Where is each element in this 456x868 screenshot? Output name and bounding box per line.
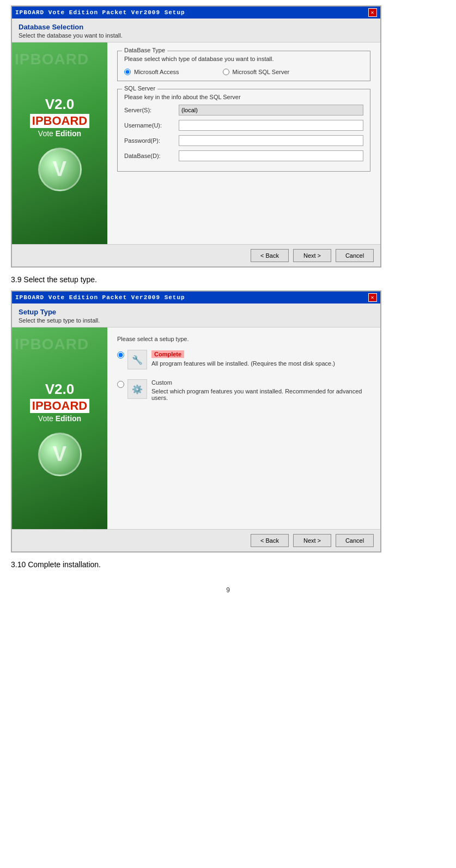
edition-label-1: Edition (56, 129, 81, 138)
password-input[interactable] (179, 135, 363, 146)
logo-text-1: V2.0 IPBOARD Vote Edition (30, 96, 89, 138)
v-circle-large-1: V (38, 148, 82, 191)
custom-text-block: Custom Select which program features you… (151, 379, 370, 401)
v-icon-2: V (53, 442, 66, 466)
complete-radio[interactable] (117, 351, 124, 359)
database-type-options: Microsoft Access Microsoft SQL Server (124, 66, 363, 75)
password-row: Password(P): (124, 135, 363, 146)
database-label: DataBase(D): (124, 153, 179, 159)
vote-edition-1: Vote Edition (30, 129, 89, 138)
window1-header-title: Database Selection (19, 23, 374, 31)
custom-name: Custom (151, 379, 370, 386)
window1-body: Database Selection Select the database y… (12, 19, 380, 266)
version-1: V2.0 (30, 96, 89, 113)
custom-radio[interactable] (117, 381, 124, 388)
sql-server-group: SQL Server Please key in the info about … (117, 89, 370, 172)
complete-desc: All program features will be installed. … (151, 360, 335, 367)
title-bar-2: IPBOARD Vote Edition Packet Ver2009 Setu… (12, 292, 380, 304)
version-2: V2.0 (30, 381, 89, 398)
cancel-button-1[interactable]: Cancel (336, 249, 374, 262)
window2-title: IPBOARD Vote Edition Packet Ver2009 Setu… (15, 294, 185, 301)
installer-window-1: IPBOARD Vote Edition Packet Ver2009 Setu… (11, 5, 381, 268)
complete-option: 🔧 Complete All program features will be … (117, 350, 370, 369)
v-icon-1: V (53, 157, 66, 181)
access-label: Microsoft Access (134, 69, 179, 75)
complete-details: 🔧 Complete All program features will be … (127, 350, 370, 369)
window2-header-title: Setup Type (19, 308, 374, 316)
close-button-2[interactable]: ✕ (368, 293, 377, 302)
brand-2: IPBOARD (30, 399, 89, 413)
sql-server-desc: Please key in the info about the SQL Ser… (124, 94, 363, 100)
next-button-1[interactable]: Next > (293, 249, 331, 262)
sql-radio[interactable] (223, 69, 229, 75)
window1-header-subtitle: Select the database you want to install. (19, 32, 374, 39)
database-type-title: DataBase Type (122, 47, 167, 53)
username-row: Username(U): (124, 120, 363, 131)
window2-footer: < Back Next > Cancel (12, 529, 380, 551)
username-label: Username(U): (124, 122, 179, 129)
custom-details: ⚙️ Custom Select which program features … (127, 379, 370, 401)
vote-edition-2: Vote Edition (30, 414, 89, 423)
window1-content: IPBOARD V2.0 IPBOARD Vote Edition V (12, 43, 380, 244)
sql-server-title: SQL Server (122, 85, 157, 92)
next-button-2[interactable]: Next > (293, 534, 331, 547)
window2-header: Setup Type Select the setup type to inst… (12, 304, 380, 327)
window1-header: Database Selection Select the database y… (12, 19, 380, 43)
window2-left-panel: IPBOARD V2.0 IPBOARD Vote Edition V (12, 327, 107, 529)
complete-icon: 🔧 (127, 350, 147, 369)
brand-1: IPBOARD (30, 114, 89, 128)
custom-icon: ⚙️ (127, 379, 147, 399)
window1-footer: < Back Next > Cancel (12, 244, 380, 266)
username-input[interactable] (179, 120, 363, 131)
vote-label-1: Vote (38, 129, 53, 138)
logo-text-2: V2.0 IPBOARD Vote Edition (30, 381, 89, 423)
window2-header-subtitle: Select the setup type to install. (19, 317, 374, 324)
database-input[interactable] (179, 150, 363, 161)
window2-right-panel: Please select a setup type. 🔧 Complete A… (107, 327, 380, 529)
back-button-1[interactable]: < Back (251, 249, 289, 262)
window1-left-panel: IPBOARD V2.0 IPBOARD Vote Edition V (12, 43, 107, 244)
sql-label: Microsoft SQL Server (233, 69, 290, 75)
server-row: Server(S): (124, 105, 363, 116)
section1-label: 3.9 Select the setup type. (11, 275, 97, 284)
window1-right-panel: DataBase Type Please select which type o… (107, 43, 380, 244)
access-radio[interactable] (124, 69, 131, 75)
window2-content: IPBOARD V2.0 IPBOARD Vote Edition V (12, 327, 380, 529)
close-button-1[interactable]: ✕ (368, 8, 377, 17)
database-type-desc: Please select which type of database you… (124, 56, 363, 62)
database-row: DataBase(D): (124, 150, 363, 161)
page-number: 9 (11, 586, 445, 594)
watermark-1: IPBOARD (15, 51, 89, 68)
cancel-button-2[interactable]: Cancel (336, 534, 374, 547)
v-circle-large-2: V (38, 433, 82, 476)
server-input[interactable] (179, 105, 363, 116)
watermark-2: IPBOARD (15, 336, 89, 353)
server-label: Server(S): (124, 107, 179, 113)
sql-option: Microsoft SQL Server (223, 69, 290, 75)
password-label: Password(P): (124, 137, 179, 144)
custom-option: ⚙️ Custom Select which program features … (117, 379, 370, 401)
setup-prompt: Please select a setup type. (117, 336, 370, 342)
database-type-group: DataBase Type Please select which type o… (117, 51, 370, 81)
installer-window-2: IPBOARD Vote Edition Packet Ver2009 Setu… (11, 290, 381, 553)
vote-label-2: Vote (38, 414, 53, 423)
complete-text-block: Complete All program features will be in… (151, 350, 335, 367)
access-option: Microsoft Access (124, 69, 179, 75)
edition-label-2: Edition (56, 414, 81, 423)
window2-body: Setup Type Select the setup type to inst… (12, 304, 380, 551)
title-bar-1: IPBOARD Vote Edition Packet Ver2009 Setu… (12, 7, 380, 19)
back-button-2[interactable]: < Back (251, 534, 289, 547)
window1-title: IPBOARD Vote Edition Packet Ver2009 Setu… (15, 9, 185, 16)
section2-label: 3.10 Complete installation. (11, 560, 101, 569)
custom-desc: Select which program features you want i… (151, 388, 370, 401)
complete-name: Complete (151, 350, 184, 358)
